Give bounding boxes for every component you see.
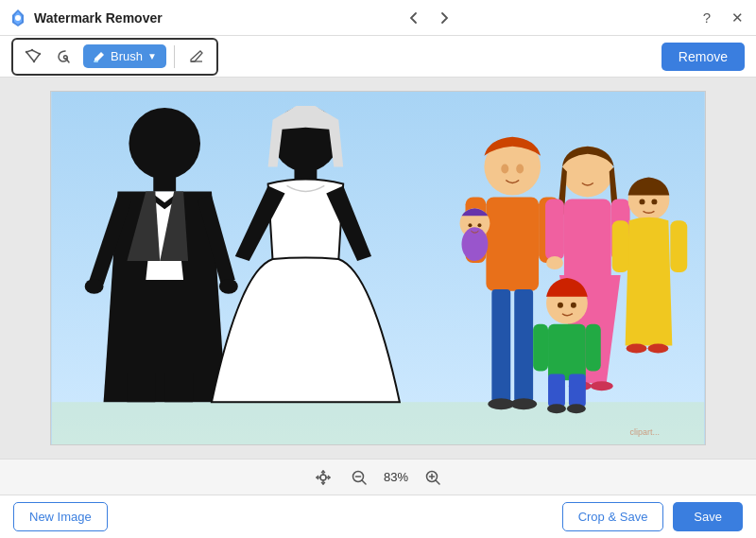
svg-point-31 [462, 227, 489, 261]
svg-rect-45 [612, 220, 629, 272]
svg-rect-36 [545, 199, 564, 260]
svg-point-26 [488, 398, 514, 409]
eraser-tool-button[interactable] [182, 43, 211, 71]
close-button[interactable]: ✕ [726, 7, 748, 29]
svg-point-58 [571, 303, 576, 308]
svg-point-57 [558, 303, 563, 308]
svg-rect-55 [533, 324, 548, 372]
svg-rect-53 [548, 373, 565, 407]
lasso-tool-button[interactable] [51, 43, 79, 71]
svg-point-14 [85, 279, 104, 294]
svg-point-62 [320, 475, 326, 480]
title-right: ? ✕ [696, 7, 748, 29]
svg-point-32 [468, 223, 472, 227]
svg-rect-35 [564, 199, 611, 284]
svg-rect-22 [491, 289, 510, 402]
svg-rect-54 [569, 373, 586, 407]
svg-rect-11 [52, 402, 704, 444]
svg-rect-13 [153, 175, 176, 192]
bottom-bar: New Image Crop & Save Save [0, 495, 756, 538]
svg-point-50 [647, 344, 668, 354]
svg-point-5 [39, 52, 41, 54]
svg-point-29 [516, 165, 524, 174]
svg-point-3 [26, 50, 27, 52]
svg-point-27 [510, 398, 537, 409]
zoom-in-button[interactable] [421, 466, 444, 489]
svg-line-65 [362, 480, 366, 484]
svg-rect-23 [514, 289, 533, 402]
brush-dropdown-icon: ▼ [147, 51, 157, 61]
toolbar: Brush ▼ Remove [0, 36, 756, 78]
rectangle-tool-button[interactable] [19, 43, 47, 71]
bottom-right-actions: Crop & Save Save [562, 502, 743, 531]
svg-point-12 [129, 108, 200, 180]
toolbar-divider [174, 45, 175, 68]
title-bar: Watermark Remover ? ✕ [0, 0, 756, 36]
app-logo-icon [8, 8, 28, 28]
svg-point-6 [33, 60, 35, 61]
svg-point-4 [31, 48, 33, 50]
svg-point-43 [591, 381, 613, 390]
svg-point-49 [627, 344, 647, 354]
canvas-area: clipart... [0, 78, 756, 459]
svg-rect-21 [486, 197, 539, 290]
svg-point-2 [15, 15, 21, 21]
svg-point-48 [651, 199, 657, 204]
zoom-bar: 83% [0, 459, 756, 495]
new-image-button[interactable]: New Image [13, 502, 108, 531]
image-container[interactable]: clipart... [50, 91, 706, 445]
pan-tool-button[interactable] [312, 466, 335, 489]
save-button[interactable]: Save [673, 502, 743, 531]
svg-point-33 [477, 223, 481, 227]
svg-point-38 [546, 256, 563, 269]
svg-point-47 [640, 199, 645, 204]
svg-line-69 [436, 480, 439, 484]
svg-point-15 [219, 279, 238, 294]
svg-rect-17 [164, 373, 193, 402]
svg-rect-16 [127, 373, 155, 402]
back-button[interactable] [402, 6, 426, 30]
svg-point-60 [567, 404, 586, 413]
remove-button[interactable]: Remove [662, 43, 745, 71]
help-button[interactable]: ? [696, 7, 718, 29]
tools-group: Brush ▼ [11, 38, 218, 76]
brush-label: Brush [111, 49, 143, 63]
crop-save-button[interactable]: Crop & Save [562, 502, 664, 531]
title-left: Watermark Remover [8, 8, 163, 28]
zoom-level: 83% [384, 470, 408, 484]
svg-point-59 [547, 404, 566, 413]
app-title: Watermark Remover [34, 10, 163, 26]
svg-text:clipart...: clipart... [630, 427, 660, 437]
zoom-out-button[interactable] [348, 466, 370, 489]
svg-rect-8 [94, 61, 98, 62]
svg-rect-46 [670, 220, 687, 272]
svg-point-28 [501, 165, 508, 174]
svg-rect-52 [548, 324, 586, 381]
brush-tool-button[interactable]: Brush ▼ [83, 44, 166, 68]
svg-rect-56 [586, 324, 601, 372]
main-image: clipart... [51, 92, 705, 444]
forward-button[interactable] [432, 6, 456, 30]
